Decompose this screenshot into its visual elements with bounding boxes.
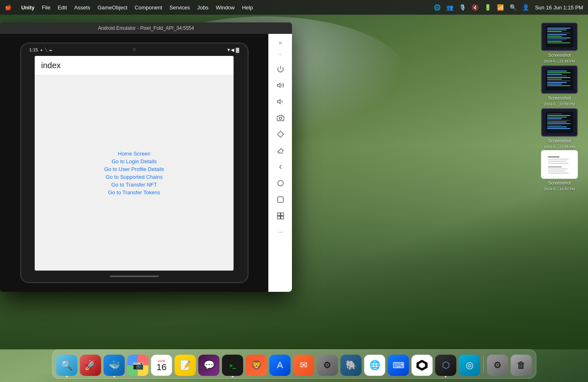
dock-item-trash[interactable]: 🗑 [511, 355, 532, 376]
code-line [547, 31, 562, 32]
menubar: 🍎 Unity File Edit Assets GameObject Comp… [0, 0, 588, 15]
device-bottom-bar [21, 271, 247, 282]
code-line [547, 117, 567, 118]
menubar-icon-battery[interactable]: 🔋 [484, 4, 491, 11]
dock-item-unity[interactable] [412, 355, 433, 376]
screenshot-label-3: Screenshot [548, 138, 571, 143]
menubar-edit[interactable]: Edit [58, 4, 67, 11]
code-line [547, 76, 567, 76]
doc-line [548, 161, 566, 162]
device-frame: 1:15 ▲ ╲ ☁ ▼◀ ▓ index [0, 34, 268, 292]
emulator-home-button[interactable] [273, 175, 288, 191]
screenshot-thumb-2 [541, 65, 578, 94]
menubar-icon-search[interactable]: 🔍 [510, 4, 517, 11]
desktop-screenshot-4[interactable]: Screenshot 2024-0....14.50 PM [541, 150, 578, 191]
menubar-icon-mic[interactable]: 🎙️ [459, 4, 466, 11]
dock-item-slack[interactable]: 💬 [198, 355, 220, 376]
device-signal-icon: ▓ [236, 47, 239, 52]
code-line [547, 38, 571, 38]
emulator-volume-down-button[interactable] [273, 94, 288, 109]
emulator-rotate-button[interactable] [273, 127, 288, 142]
emulator-screenshot-button[interactable] [273, 110, 288, 126]
svg-point-3 [279, 117, 282, 120]
code-line [547, 33, 571, 33]
menubar-icon-globe[interactable]: 🌐 [434, 4, 441, 11]
screen-link-nft[interactable]: Go to Transfer NFT [111, 182, 157, 188]
code-line [547, 71, 567, 71]
apple-menu[interactable]: 🍎 [5, 4, 11, 11]
emulator-recents-button[interactable] [273, 192, 288, 207]
dock-item-brave[interactable]: 🦁 [246, 355, 267, 376]
svg-point-5 [278, 180, 283, 186]
screen-link-login[interactable]: Go to Login Details [111, 158, 157, 164]
dock-item-docker[interactable]: 🐳 [104, 355, 125, 376]
menubar-gameobject[interactable]: GameObject [98, 4, 127, 11]
svg-rect-7 [277, 213, 280, 216]
screen-link-chains[interactable]: Go to Supported Chains [106, 174, 163, 180]
dock-item-appstore[interactable]: A [270, 355, 291, 376]
dock-item-launchpad[interactable]: 🚀 [80, 355, 101, 376]
code-line [547, 39, 567, 40]
dock-item-xcode[interactable]: ⌨ [388, 355, 409, 376]
menubar-window[interactable]: Window [216, 4, 234, 11]
android-device: 1:15 ▲ ╲ ☁ ▼◀ ▓ index [20, 42, 249, 283]
doc-line [548, 173, 569, 173]
code-line [547, 80, 571, 81]
dock-item-chrome[interactable]: 🌐 [364, 355, 385, 376]
dock-item-syspref[interactable]: ⚙ [487, 355, 508, 376]
menubar-help[interactable]: Help [242, 4, 253, 11]
doc-line [548, 169, 568, 169]
svg-marker-4 [277, 131, 283, 138]
menubar-jobs[interactable]: Jobs [197, 4, 208, 11]
code-line [547, 123, 571, 124]
menubar-icon-mute[interactable]: 🔇 [472, 4, 479, 11]
emulator-back-button[interactable] [273, 159, 288, 175]
screen-link-home[interactable]: Home Screen [118, 151, 150, 157]
desktop-screenshot-2[interactable]: Screenshot 2024-0....22.59 PM [541, 65, 578, 106]
dock-item-finder[interactable]: 🔍 [56, 355, 78, 376]
dock-item-reflect[interactable]: ◎ [459, 355, 480, 376]
device-screen[interactable]: index Home Screen Go to Login Details Go… [35, 56, 234, 271]
dock-item-calendar[interactable]: JUN 16 [151, 355, 172, 376]
dock-item-postgresql[interactable]: 🐘 [341, 355, 362, 376]
emulator-minimize-icon[interactable]: − [279, 52, 282, 57]
code-line [547, 118, 562, 119]
dock-item-terminal[interactable]: >_ [222, 355, 243, 376]
emulator-dots-button[interactable]: ··· [273, 224, 288, 240]
dock-item-system-preferences[interactable]: ⚙ [317, 355, 338, 376]
screenshot-code-preview-1 [546, 26, 574, 48]
emulator-erase-button[interactable] [273, 143, 288, 158]
screen-content: Home Screen Go to Login Details Go to Us… [35, 76, 234, 271]
menubar-icon-users[interactable]: 👥 [446, 4, 453, 11]
menubar-icon-user[interactable]: 👤 [522, 4, 529, 11]
code-line [547, 74, 562, 75]
menubar-file[interactable]: File [42, 4, 51, 11]
emulator-more-button[interactable] [273, 208, 288, 224]
desktop-screenshot-1[interactable]: Screenshot 2024-0....22.48 PM [541, 22, 578, 63]
dock-item-photos[interactable]: 📷 [127, 355, 149, 376]
code-line [547, 34, 567, 35]
menubar-assets[interactable]: Assets [74, 4, 90, 11]
device-status-right: ▼◀ ▓ [227, 47, 239, 53]
code-line [547, 79, 562, 80]
emulator-volume-up-button[interactable] [273, 78, 288, 93]
screenshot-label-4: Screenshot [548, 180, 571, 185]
screen-header: index [35, 56, 234, 76]
screen-link-tokens[interactable]: Go to Transfer Tokens [108, 189, 160, 195]
dock-item-unity-hub[interactable]: ⬡ [435, 355, 457, 376]
screen-link-profile[interactable]: Go to User Profile Details [104, 166, 164, 172]
code-line [547, 125, 562, 126]
desktop-screenshot-3[interactable]: Screenshot 2024-0....23.05 PM [541, 108, 578, 149]
dock-item-postman[interactable]: ✉ [293, 355, 314, 376]
emulator-close-icon[interactable]: ✕ [278, 40, 283, 46]
menubar-component[interactable]: Component [135, 4, 162, 11]
code-line [547, 42, 571, 43]
menubar-services[interactable]: Services [169, 4, 190, 11]
code-line [547, 82, 567, 83]
dock-item-notes[interactable]: 📝 [175, 355, 196, 376]
menubar-icon-wifi[interactable]: 📶 [497, 4, 504, 11]
code-line [547, 128, 571, 129]
menubar-app-name[interactable]: Unity [21, 4, 35, 11]
device-home-indicator [110, 275, 159, 277]
emulator-power-button[interactable] [273, 61, 288, 77]
